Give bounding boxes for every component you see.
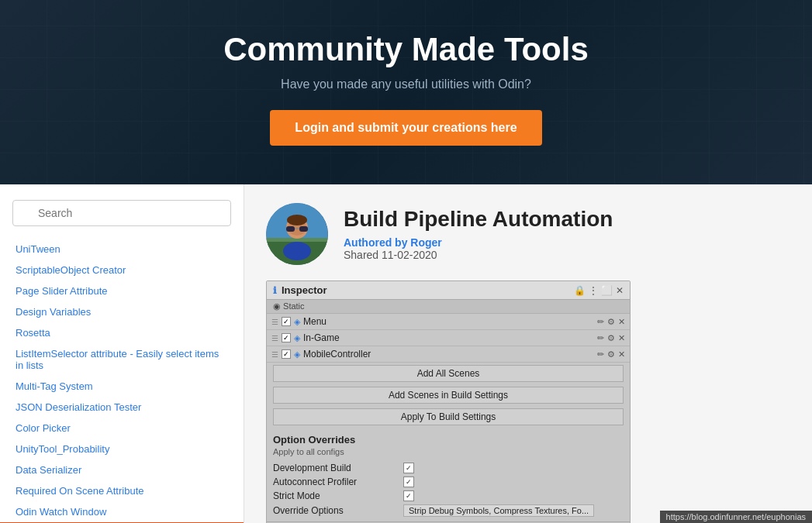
header-subtitle: Have you made any useful utilities with … (16, 77, 796, 91)
sidebar-list: UniTweenScriptableObject CreatorPage Sli… (0, 239, 244, 523)
option-value: Strip Debug Symbols, Compress Textures, … (403, 504, 594, 517)
main-layout: 🔍 UniTweenScriptableObject CreatorPage S… (0, 184, 812, 523)
content-area: Build Pipeline Automation Authored by Ro… (244, 184, 812, 523)
inspector-action-button[interactable]: Apply To Build Settings (273, 408, 624, 425)
scene-icon: ◈ (294, 317, 300, 327)
option-rows: Development Build ✓ Autoconnect Profiler… (273, 461, 624, 518)
remove-icon[interactable]: ✕ (618, 349, 625, 360)
option-overrides-subtitle: Apply to all configs (273, 447, 624, 456)
tool-header: Build Pipeline Automation Authored by Ro… (266, 203, 790, 265)
edit-icon[interactable]: ✏ (597, 333, 604, 343)
lock-icon[interactable]: 🔒 (574, 285, 586, 296)
window-controls[interactable]: 🔒 ⋮ ⬜ ✕ (574, 285, 624, 296)
svg-rect-6 (286, 226, 295, 232)
option-override-row: Autoconnect Profiler ✓ (273, 475, 624, 489)
sidebar-item[interactable]: UniTween (0, 239, 244, 260)
inspector-panel: ℹ Inspector 🔒 ⋮ ⬜ ✕ ◉ Static ☰ ✓ ◈ Menu … (266, 280, 631, 523)
inspector-title-bar: ℹ Inspector 🔒 ⋮ ⬜ ✕ (267, 281, 630, 300)
option-overrides: Option Overrides Apply to all configs De… (267, 428, 630, 521)
sidebar-item[interactable]: ListItemSelector attribute - Easily sele… (0, 343, 244, 376)
inspector-buttons: Add All ScenesAdd Scenes in Build Settin… (267, 363, 630, 428)
sidebar-item[interactable]: Odin Watch Window (0, 501, 244, 522)
inspector-title: Inspector (282, 284, 569, 296)
remove-icon[interactable]: ✕ (618, 317, 625, 327)
scene-rows: ☰ ✓ ◈ Menu ✏ ⚙ ✕ ☰ ✓ ◈ In-Game ✏ ⚙ ✕ ☰ ✓… (267, 314, 630, 363)
state-row: ◉ Static (267, 300, 630, 314)
option-checkbox[interactable]: ✓ (403, 490, 414, 501)
option-override-row: Override Options Strip Debug Symbols, Co… (273, 503, 624, 518)
author-name[interactable]: Roger (410, 236, 441, 249)
cta-button[interactable]: Login and submit your creations here (270, 110, 541, 146)
scene-name: MobileController (303, 349, 594, 360)
url-bar: https://blog.odinfunner.net/euphonias (660, 511, 812, 523)
drag-handle: ☰ (271, 334, 278, 342)
scene-checkbox[interactable]: ✓ (282, 317, 291, 326)
settings-icon[interactable]: ⚙ (607, 317, 615, 327)
scene-name: In-Game (303, 332, 594, 343)
scene-checkbox[interactable]: ✓ (282, 333, 291, 342)
edit-icon[interactable]: ✏ (597, 349, 604, 360)
sidebar-item[interactable]: Data Serializer (0, 459, 244, 480)
option-label: Override Options (273, 505, 397, 516)
inspector-action-button[interactable]: Add All Scenes (273, 365, 624, 382)
tool-shared-date: Shared 11-02-2020 (344, 249, 613, 261)
scene-name: Menu (303, 316, 594, 327)
info-icon: ℹ (273, 285, 277, 296)
more-icon[interactable]: ⋮ (589, 285, 598, 296)
sidebar-item[interactable]: Page Slider Attribute (0, 280, 244, 301)
option-overrides-heading: Option Overrides (273, 434, 624, 446)
option-override-row: Development Build ✓ (273, 461, 624, 475)
option-checkbox[interactable]: ✓ (403, 477, 414, 487)
sidebar-item[interactable]: Multi-Tag System (0, 376, 244, 397)
drag-handle: ☰ (271, 350, 278, 359)
sidebar-item[interactable]: JSON Deserialization Tester (0, 397, 244, 418)
option-override-row: Strict Mode ✓ (273, 489, 624, 503)
tool-info: Build Pipeline Automation Authored by Ro… (344, 207, 613, 261)
option-label: Autoconnect Profiler (273, 477, 397, 487)
maximize-icon[interactable]: ⬜ (601, 285, 613, 296)
sidebar-item[interactable]: Required On Scene Attribute (0, 480, 244, 501)
scene-row: ☰ ✓ ◈ In-Game ✏ ⚙ ✕ (267, 330, 630, 346)
page-title: Community Made Tools (16, 31, 796, 68)
tool-title: Build Pipeline Automation (344, 207, 613, 232)
search-input[interactable] (12, 200, 231, 226)
settings-icon[interactable]: ⚙ (607, 349, 615, 360)
option-label: Strict Mode (273, 490, 397, 501)
svg-rect-7 (299, 226, 308, 232)
state-label: ◉ Static (273, 301, 305, 311)
scene-row: ☰ ✓ ◈ Menu ✏ ⚙ ✕ (267, 314, 630, 330)
sidebar-item[interactable]: Rosetta (0, 322, 244, 343)
settings-icon[interactable]: ⚙ (607, 333, 615, 343)
scene-row: ☰ ✓ ◈ MobileController ✏ ⚙ ✕ (267, 346, 630, 363)
svg-point-5 (287, 215, 307, 225)
option-checkbox[interactable]: ✓ (403, 463, 414, 473)
drag-handle: ☰ (271, 318, 278, 326)
edit-icon[interactable]: ✏ (597, 317, 604, 327)
remove-icon[interactable]: ✕ (618, 333, 625, 343)
scene-icon: ◈ (294, 349, 300, 360)
svg-point-9 (283, 242, 311, 260)
tool-author: Authored by Roger (344, 236, 613, 249)
page-header: Community Made Tools Have you made any u… (0, 0, 812, 184)
sidebar-item[interactable]: UnityTool_Probability (0, 439, 244, 459)
scene-checkbox[interactable]: ✓ (282, 349, 291, 359)
sidebar-item[interactable]: Design Variables (0, 301, 244, 322)
close-icon[interactable]: ✕ (616, 285, 624, 296)
inspector-action-button[interactable]: Add Scenes in Build Settings (273, 387, 624, 404)
option-label: Development Build (273, 463, 397, 473)
scene-icon: ◈ (294, 333, 300, 343)
sidebar-item[interactable]: Color Picker (0, 418, 244, 439)
avatar (266, 203, 328, 265)
search-container: 🔍 (12, 200, 231, 226)
sidebar-item[interactable]: ScriptableObject Creator (0, 260, 244, 280)
sidebar: 🔍 UniTweenScriptableObject CreatorPage S… (0, 184, 244, 523)
